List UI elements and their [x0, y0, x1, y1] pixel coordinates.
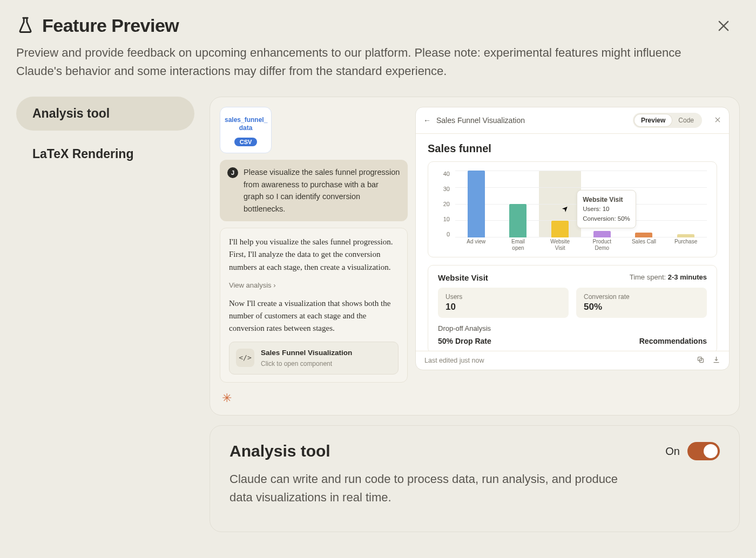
- assistant-message: I'll help you visualize the sales funnel…: [220, 228, 408, 383]
- download-icon[interactable]: [712, 356, 720, 365]
- file-name: sales_funnel_ data: [225, 116, 267, 132]
- detail-title: Website Visit: [438, 273, 488, 282]
- preview-code-toggle: Preview Code: [633, 113, 702, 128]
- copy-icon[interactable]: [697, 356, 705, 365]
- recommendations-label: Recommendations: [639, 337, 707, 345]
- component-artifact-chip[interactable]: </> Sales Funnel Visualization Click to …: [229, 342, 399, 375]
- assistant-text-1: I'll help you visualize the sales funnel…: [229, 236, 399, 274]
- user-avatar: J: [227, 167, 238, 178]
- chevron-right-icon: ›: [273, 281, 275, 289]
- view-analysis-link[interactable]: View analysis ›: [229, 280, 399, 291]
- toggle-state-label: On: [665, 445, 680, 458]
- toggle-description: Claude can write and run code to process…: [230, 470, 640, 507]
- bar-purchase[interactable]: [677, 234, 694, 237]
- tab-code[interactable]: Code: [672, 114, 700, 126]
- bar-ad-view[interactable]: [468, 171, 485, 237]
- code-icon: </>: [236, 349, 254, 367]
- bar-product-demo[interactable]: [593, 231, 611, 237]
- user-message-text: Please visualize the sales funnel progre…: [244, 166, 400, 215]
- component-subtitle: Click to open component: [261, 359, 352, 369]
- back-arrow-icon[interactable]: ←: [423, 116, 431, 125]
- toggle-title: Analysis tool: [230, 442, 330, 460]
- sparkle-icon: ✳: [222, 391, 408, 405]
- tab-preview[interactable]: Preview: [634, 114, 672, 126]
- assistant-text-2: Now I'll create a visualization that sho…: [229, 297, 399, 335]
- bar-sales-call[interactable]: [635, 233, 652, 237]
- flask-icon: [16, 16, 35, 36]
- time-spent: Time spent: 2-3 minutes: [630, 273, 707, 282]
- toggle-knob: [704, 444, 718, 458]
- bar-website-visit[interactable]: [551, 221, 569, 237]
- artifact-close-icon[interactable]: [714, 116, 721, 125]
- feature-toggle-switch[interactable]: [687, 442, 720, 460]
- artifact-title: Sales Funnel Visualization: [436, 116, 525, 125]
- feature-sidebar: Analysis tool LaTeX Rendering: [16, 97, 194, 532]
- last-edited: Last edited just now: [424, 357, 484, 364]
- page-title: Feature Preview: [42, 15, 179, 36]
- page-subtitle: Preview and provide feedback on upcoming…: [16, 44, 707, 80]
- stat-conversion: Conversion rate 50%: [576, 288, 707, 318]
- dropoff-label: Drop-off Analysis: [438, 324, 707, 332]
- file-attachment[interactable]: sales_funnel_ data CSV: [220, 107, 272, 153]
- close-button[interactable]: [716, 18, 731, 33]
- component-title: Sales Funnel Visualization: [261, 348, 352, 359]
- drop-rate: 50% Drop Rate: [438, 337, 491, 345]
- bar-chart: 403020100 Ad viewEmail openWebsite Visit…: [428, 161, 717, 257]
- y-axis: 403020100: [438, 171, 450, 237]
- sidebar-item-latex-rendering[interactable]: LaTeX Rendering: [16, 137, 194, 171]
- file-type-badge: CSV: [234, 138, 258, 146]
- user-message: J Please visualize the sales funnel prog…: [220, 160, 408, 221]
- feature-preview-card: sales_funnel_ data CSV J Please visualiz…: [210, 97, 740, 416]
- detail-card: Website Visit Time spent: 2-3 minutes Us…: [428, 265, 717, 351]
- sidebar-item-analysis-tool[interactable]: Analysis tool: [16, 97, 194, 131]
- bar-email-open[interactable]: [509, 204, 526, 237]
- chart-tooltip: Website Visit Users: 10 Conversion: 50%: [577, 190, 636, 228]
- artifact-panel: ← Sales Funnel Visualization Preview Cod…: [415, 107, 730, 370]
- stat-users: Users 10: [438, 288, 569, 318]
- feature-toggle-card: Analysis tool On Claude can write and ru…: [210, 425, 740, 532]
- x-axis-labels: Ad viewEmail openWebsite VisitProduct De…: [455, 239, 707, 251]
- chart-title: Sales funnel: [428, 142, 717, 155]
